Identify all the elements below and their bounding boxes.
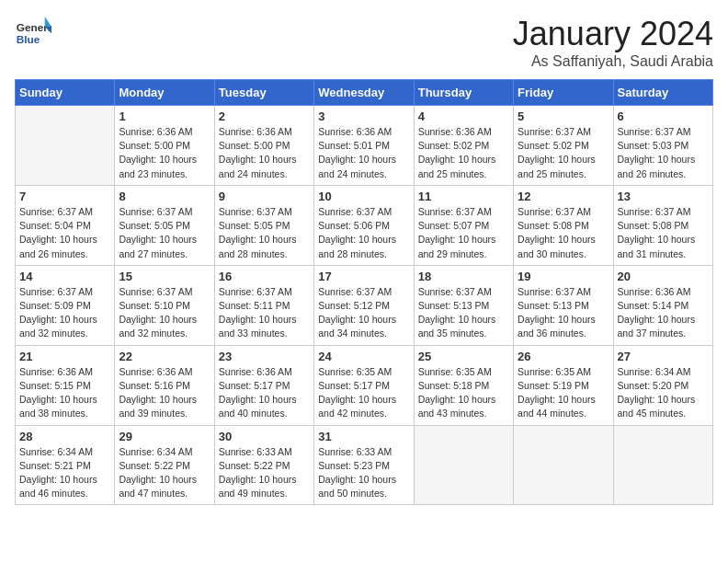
cell-info: Sunrise: 6:37 AMSunset: 5:09 PMDaylight:… xyxy=(19,285,110,341)
page-header: General Blue January 2024 As Saffaniyah,… xyxy=(15,15,713,70)
header-cell-thursday: Thursday xyxy=(414,80,513,106)
day-number: 7 xyxy=(19,190,110,203)
cell-content: 17Sunrise: 6:37 AMSunset: 5:12 PMDayligh… xyxy=(318,270,409,341)
cell-content: 26Sunrise: 6:35 AMSunset: 5:19 PMDayligh… xyxy=(518,350,609,421)
svg-text:Blue: Blue xyxy=(17,33,40,46)
cell-content: 10Sunrise: 6:37 AMSunset: 5:06 PMDayligh… xyxy=(318,190,409,261)
cell-content: 28Sunrise: 6:34 AMSunset: 5:21 PMDayligh… xyxy=(19,430,110,501)
cell-info: Sunrise: 6:37 AMSunset: 5:12 PMDaylight:… xyxy=(318,285,409,341)
day-number: 26 xyxy=(518,350,609,363)
location-subtitle: As Saffaniyah, Saudi Arabia xyxy=(513,53,713,70)
calendar-cell: 2Sunrise: 6:36 AMSunset: 5:00 PMDaylight… xyxy=(214,106,313,186)
cell-info: Sunrise: 6:35 AMSunset: 5:19 PMDaylight:… xyxy=(518,365,609,421)
calendar-cell: 1Sunrise: 6:36 AMSunset: 5:00 PMDaylight… xyxy=(115,106,214,186)
day-number: 25 xyxy=(418,350,509,363)
day-number: 17 xyxy=(318,270,409,283)
cell-content: 1Sunrise: 6:36 AMSunset: 5:00 PMDaylight… xyxy=(119,109,210,181)
cell-info: Sunrise: 6:34 AMSunset: 5:22 PMDaylight:… xyxy=(119,445,210,501)
day-number: 3 xyxy=(318,109,409,123)
cell-info: Sunrise: 6:37 AMSunset: 5:03 PMDaylight:… xyxy=(618,125,709,181)
day-number: 30 xyxy=(219,430,310,443)
calendar-cell: 26Sunrise: 6:35 AMSunset: 5:19 PMDayligh… xyxy=(514,345,613,425)
day-number: 1 xyxy=(119,109,210,123)
cell-content: 3Sunrise: 6:36 AMSunset: 5:01 PMDaylight… xyxy=(318,109,409,181)
day-number: 19 xyxy=(518,270,609,283)
cell-info: Sunrise: 6:33 AMSunset: 5:22 PMDaylight:… xyxy=(219,445,310,501)
calendar-cell: 22Sunrise: 6:36 AMSunset: 5:16 PMDayligh… xyxy=(115,345,214,425)
header-cell-friday: Friday xyxy=(514,80,613,106)
calendar-cell xyxy=(16,106,115,186)
cell-content: 6Sunrise: 6:37 AMSunset: 5:03 PMDaylight… xyxy=(618,109,709,181)
day-number: 22 xyxy=(119,350,210,363)
calendar-cell: 15Sunrise: 6:37 AMSunset: 5:10 PMDayligh… xyxy=(115,265,214,345)
calendar-cell: 28Sunrise: 6:34 AMSunset: 5:21 PMDayligh… xyxy=(16,425,115,505)
week-row-4: 28Sunrise: 6:34 AMSunset: 5:21 PMDayligh… xyxy=(16,425,713,505)
cell-info: Sunrise: 6:36 AMSunset: 5:14 PMDaylight:… xyxy=(618,285,709,341)
cell-info: Sunrise: 6:36 AMSunset: 5:17 PMDaylight:… xyxy=(219,365,310,421)
cell-content: 5Sunrise: 6:37 AMSunset: 5:02 PMDaylight… xyxy=(518,109,609,181)
cell-content: 31Sunrise: 6:33 AMSunset: 5:23 PMDayligh… xyxy=(318,430,409,501)
calendar-cell: 23Sunrise: 6:36 AMSunset: 5:17 PMDayligh… xyxy=(214,345,313,425)
cell-content: 21Sunrise: 6:36 AMSunset: 5:15 PMDayligh… xyxy=(19,350,110,421)
cell-content: 14Sunrise: 6:37 AMSunset: 5:09 PMDayligh… xyxy=(19,270,110,341)
cell-content: 29Sunrise: 6:34 AMSunset: 5:22 PMDayligh… xyxy=(119,430,210,501)
day-number: 11 xyxy=(418,190,509,203)
cell-info: Sunrise: 6:37 AMSunset: 5:10 PMDaylight:… xyxy=(119,285,210,341)
day-number: 21 xyxy=(19,350,110,363)
calendar-cell: 31Sunrise: 6:33 AMSunset: 5:23 PMDayligh… xyxy=(314,425,414,505)
cell-content: 15Sunrise: 6:37 AMSunset: 5:10 PMDayligh… xyxy=(119,270,210,341)
cell-info: Sunrise: 6:37 AMSunset: 5:13 PMDaylight:… xyxy=(518,285,609,341)
day-number: 15 xyxy=(119,270,210,283)
day-number: 10 xyxy=(318,190,409,203)
day-number: 14 xyxy=(19,270,110,283)
day-number: 20 xyxy=(618,270,709,283)
header-cell-monday: Monday xyxy=(115,80,214,106)
cell-info: Sunrise: 6:36 AMSunset: 5:00 PMDaylight:… xyxy=(219,125,310,181)
day-number: 23 xyxy=(219,350,310,363)
calendar-cell: 6Sunrise: 6:37 AMSunset: 5:03 PMDaylight… xyxy=(613,106,712,186)
month-title: January 2024 xyxy=(513,15,713,53)
day-number: 18 xyxy=(418,270,509,283)
cell-info: Sunrise: 6:37 AMSunset: 5:05 PMDaylight:… xyxy=(219,205,310,261)
calendar-cell: 18Sunrise: 6:37 AMSunset: 5:13 PMDayligh… xyxy=(414,265,513,345)
calendar-cell: 13Sunrise: 6:37 AMSunset: 5:08 PMDayligh… xyxy=(613,185,712,265)
calendar-cell xyxy=(613,425,712,505)
cell-content: 13Sunrise: 6:37 AMSunset: 5:08 PMDayligh… xyxy=(618,190,709,261)
cell-content: 25Sunrise: 6:35 AMSunset: 5:18 PMDayligh… xyxy=(418,350,509,421)
calendar-cell: 19Sunrise: 6:37 AMSunset: 5:13 PMDayligh… xyxy=(514,265,613,345)
cell-content: 12Sunrise: 6:37 AMSunset: 5:08 PMDayligh… xyxy=(518,190,609,261)
cell-content: 19Sunrise: 6:37 AMSunset: 5:13 PMDayligh… xyxy=(518,270,609,341)
cell-content: 18Sunrise: 6:37 AMSunset: 5:13 PMDayligh… xyxy=(418,270,509,341)
cell-info: Sunrise: 6:35 AMSunset: 5:18 PMDaylight:… xyxy=(418,365,509,421)
calendar-cell xyxy=(414,425,513,505)
cell-content: 22Sunrise: 6:36 AMSunset: 5:16 PMDayligh… xyxy=(119,350,210,421)
cell-content: 8Sunrise: 6:37 AMSunset: 5:05 PMDaylight… xyxy=(119,190,210,261)
week-row-0: 1Sunrise: 6:36 AMSunset: 5:00 PMDaylight… xyxy=(16,106,713,186)
cell-info: Sunrise: 6:36 AMSunset: 5:00 PMDaylight:… xyxy=(119,125,210,181)
calendar-cell: 3Sunrise: 6:36 AMSunset: 5:01 PMDaylight… xyxy=(314,106,414,186)
calendar-header: SundayMondayTuesdayWednesdayThursdayFrid… xyxy=(16,80,713,106)
day-number: 28 xyxy=(19,430,110,443)
cell-info: Sunrise: 6:36 AMSunset: 5:01 PMDaylight:… xyxy=(318,125,409,181)
cell-content: 23Sunrise: 6:36 AMSunset: 5:17 PMDayligh… xyxy=(219,350,310,421)
header-row: SundayMondayTuesdayWednesdayThursdayFrid… xyxy=(16,80,713,106)
cell-info: Sunrise: 6:37 AMSunset: 5:05 PMDaylight:… xyxy=(119,205,210,261)
week-row-2: 14Sunrise: 6:37 AMSunset: 5:09 PMDayligh… xyxy=(16,265,713,345)
header-cell-wednesday: Wednesday xyxy=(314,80,414,106)
cell-info: Sunrise: 6:36 AMSunset: 5:02 PMDaylight:… xyxy=(418,125,509,181)
cell-content: 2Sunrise: 6:36 AMSunset: 5:00 PMDaylight… xyxy=(219,109,310,181)
cell-info: Sunrise: 6:37 AMSunset: 5:08 PMDaylight:… xyxy=(518,205,609,261)
cell-content: 11Sunrise: 6:37 AMSunset: 5:07 PMDayligh… xyxy=(418,190,509,261)
week-row-1: 7Sunrise: 6:37 AMSunset: 5:04 PMDaylight… xyxy=(16,185,713,265)
calendar-cell xyxy=(514,425,613,505)
calendar-cell: 8Sunrise: 6:37 AMSunset: 5:05 PMDaylight… xyxy=(115,185,214,265)
calendar-cell: 27Sunrise: 6:34 AMSunset: 5:20 PMDayligh… xyxy=(613,345,712,425)
day-number: 27 xyxy=(618,350,709,363)
header-cell-sunday: Sunday xyxy=(16,80,115,106)
calendar-table: SundayMondayTuesdayWednesdayThursdayFrid… xyxy=(15,79,713,505)
day-number: 24 xyxy=(318,350,409,363)
calendar-cell: 11Sunrise: 6:37 AMSunset: 5:07 PMDayligh… xyxy=(414,185,513,265)
cell-info: Sunrise: 6:37 AMSunset: 5:13 PMDaylight:… xyxy=(418,285,509,341)
cell-info: Sunrise: 6:34 AMSunset: 5:20 PMDaylight:… xyxy=(618,365,709,421)
cell-info: Sunrise: 6:37 AMSunset: 5:07 PMDaylight:… xyxy=(418,205,509,261)
